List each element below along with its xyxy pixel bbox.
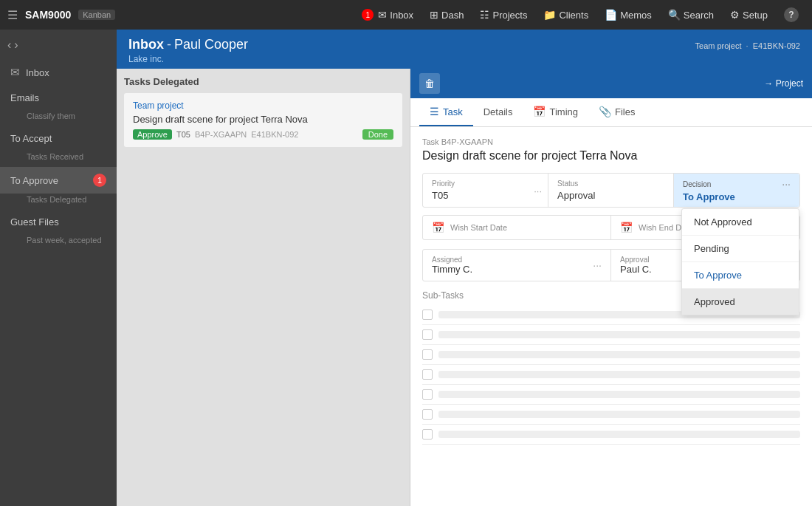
calendar-end-icon: 📅 [620,222,633,233]
subtask-line [438,331,800,338]
project-link[interactable]: → Project [764,78,803,89]
subtask-checkbox[interactable] [422,349,433,360]
decision-dots[interactable]: ··· [782,178,791,190]
task-project[interactable]: Team project [133,100,393,111]
sidebar-item-guest-files[interactable]: Guest Files [0,210,117,234]
priority-dots[interactable]: ··· [534,185,542,196]
nav-dash[interactable]: ⊞ Dash [424,6,469,24]
inbox-badge: 1 [362,9,374,21]
dropdown-to-approve[interactable]: To Approve [682,262,799,289]
sidebar-to-approve-sub: Tasks Delegated [0,194,117,210]
done-badge: Done [362,129,393,140]
nav-inbox[interactable]: 1 ✉ Inbox [356,6,419,24]
trash-button[interactable]: 🗑 [419,73,440,94]
task-title-card: Design draft scene for project Terra Nov… [133,114,393,125]
tab-details-label: Details [484,106,513,117]
clients-label: Clients [559,10,588,21]
dash-icon: ⊞ [430,9,438,21]
decision-label: Decision [683,180,711,188]
forward-button[interactable]: › [14,38,18,52]
nav-projects[interactable]: ☷ Projects [474,6,533,24]
subtask-row [422,405,800,425]
projects-label: Projects [492,10,527,21]
tab-details[interactable]: Details [473,98,523,126]
wish-start-date-cell[interactable]: 📅 Wish Start Date [423,216,611,239]
assigned-dots[interactable]: ··· [593,259,602,271]
sidebar-item-emails[interactable]: Emails [0,86,117,110]
tab-task[interactable]: ☰ Task [419,98,473,126]
subtask-checkbox[interactable] [422,369,433,380]
tab-files-label: Files [615,106,635,117]
priority-tag: T05 [176,130,190,139]
decision-dropdown: Not Approved Pending To Approve Approved [681,208,799,315]
tab-files[interactable]: 📎 Files [588,98,645,126]
sidebar-item-to-approve[interactable]: To Approve 1 [0,167,117,194]
priority-cell: Priority T05 ··· [423,174,548,207]
assigned-cell: Assigned Timmy C. ··· [423,250,611,281]
nav-memos[interactable]: 📄 Memos [599,6,658,24]
subtask-checkbox[interactable] [422,389,433,400]
projects-icon: ☷ [480,9,489,21]
status-label: Status [557,180,664,188]
dropdown-not-approved[interactable]: Not Approved [682,209,799,236]
task-list: Tasks Delegated Team project Design draf… [117,69,410,506]
tab-timing-label: Timing [549,106,578,117]
subtask-line [438,391,800,398]
sidebar-nav-arrows: ‹ › [0,35,117,59]
subtask-checkbox[interactable] [422,409,433,420]
approval-value: Paul C. [620,264,652,275]
subtask-checkbox[interactable] [422,310,433,320]
task-tab-icon: ☰ [430,106,439,117]
setup-icon: ⚙ [730,9,740,21]
team-project-label: Team project [695,41,742,50]
task-card[interactable]: Team project Design draft scene for proj… [124,93,402,147]
memos-icon: 📄 [605,9,617,21]
dash-label: Dash [441,10,464,21]
inbox-label: Inbox [390,10,413,21]
inbox-header: Inbox - Paul Cooper Team project · E41BK… [117,30,812,69]
tasks-delegated-label: Tasks Delegated [124,76,402,87]
subtask-row [422,385,800,405]
app-name: SAM9000 [25,9,71,21]
trash-icon: 🗑 [424,78,435,89]
top-nav: ☰ SAM9000 Kanban 1 ✉ Inbox ⊞ Dash ☷ Proj… [0,0,812,30]
tab-timing[interactable]: 📅 Timing [523,98,588,126]
sidebar-guest-files-label: Guest Files [10,216,59,228]
subtask-line [438,431,800,438]
dropdown-pending[interactable]: Pending [682,236,799,262]
clients-icon: 📁 [543,9,556,21]
nav-setup[interactable]: ⚙ Setup [724,6,774,24]
nav-search[interactable]: 🔍 Search [662,6,720,24]
task-detail: Task B4P-XGAAPN Design draft scene for p… [410,127,812,506]
sidebar-item-to-accept[interactable]: To Accept [0,126,117,151]
sidebar-item-inbox[interactable]: ✉ Inbox [0,59,117,86]
search-icon: 🔍 [668,9,681,21]
team-project-ref: Team project · E41BKN-092 [695,41,800,50]
subtask-checkbox[interactable] [422,429,433,440]
subtask-checkbox[interactable] [422,329,433,340]
decision-cell[interactable]: Decision ··· To Approve Not Approved Pen… [674,174,799,207]
nav-clients[interactable]: 📁 Clients [537,6,594,24]
main-layout: ‹ › ✉ Inbox Emails Classify them To Acce… [0,30,812,506]
right-panel-header: 🗑 → Project [410,69,812,98]
nav-help[interactable]: ? [778,4,805,25]
sidebar-to-accept-label: To Accept [10,133,52,144]
decision-value: To Approve [683,191,791,202]
content-area: Inbox - Paul Cooper Team project · E41BK… [117,30,812,506]
status-cell: Status Approval [548,174,674,207]
help-icon: ? [784,7,799,22]
search-label: Search [684,10,714,21]
dropdown-approved[interactable]: Approved [682,289,799,315]
task-id2-tag: E41BKN-092 [251,130,298,139]
to-approve-badge: 1 [93,174,106,187]
sidebar: ‹ › ✉ Inbox Emails Classify them To Acce… [0,30,117,506]
calendar-start-icon: 📅 [432,222,444,233]
sidebar-guest-files-sub: Past week, accepted [0,234,117,250]
hamburger-icon[interactable]: ☰ [7,8,18,22]
sidebar-inbox-label: Inbox [26,67,49,78]
assigned-label: Assigned [432,256,472,264]
setup-label: Setup [743,10,768,21]
inbox-subtitle: Lake inc. [128,54,800,64]
tabs: ☰ Task Details 📅 Timing 📎 Files [410,98,812,127]
back-button[interactable]: ‹ [7,38,11,52]
